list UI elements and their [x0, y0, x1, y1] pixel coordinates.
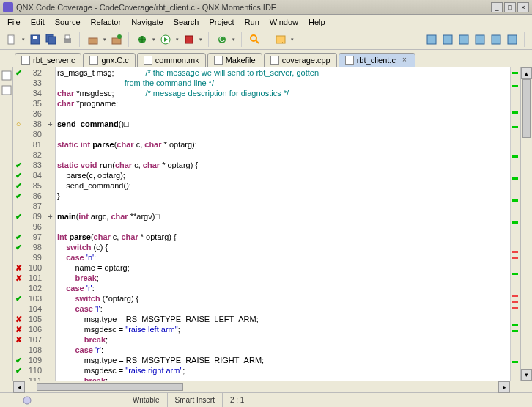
close-icon[interactable]: × — [400, 56, 409, 65]
tab-rbt_client-c[interactable]: rbt_client.c× — [339, 53, 415, 67]
code-line[interactable] — [57, 221, 510, 232]
annotation-dropdown-icon[interactable]: ▾ — [289, 32, 295, 47]
tab-common-mk[interactable]: common.mk — [137, 53, 206, 67]
scroll-thumb[interactable] — [522, 79, 531, 138]
code-line[interactable] — [57, 150, 510, 160]
fold-toggle[interactable]: + — [45, 119, 55, 129]
overview-mark[interactable] — [512, 177, 518, 180]
code-line[interactable]: char *msgdesc; /* message description fo… — [57, 88, 510, 98]
vertical-scrollbar[interactable]: ▴ ▾ — [520, 67, 532, 381]
run-button[interactable] — [158, 32, 173, 47]
code-line[interactable]: name = optarg; — [57, 263, 510, 273]
menu-run[interactable]: Run — [240, 16, 264, 28]
overview-mark[interactable] — [512, 85, 518, 87]
coverage-view6-button[interactable] — [505, 32, 520, 47]
close-button[interactable]: × — [517, 2, 529, 12]
annotation-button[interactable] — [273, 32, 288, 47]
fold-toggle[interactable]: - — [45, 160, 55, 170]
scroll-left-button[interactable]: ◂ — [13, 381, 25, 393]
new-button[interactable] — [4, 32, 19, 47]
code-line[interactable]: msgdesc = "raise right arm"; — [57, 365, 510, 375]
overview-mark[interactable] — [512, 221, 518, 224]
overview-mark[interactable] — [512, 155, 518, 158]
code-line[interactable] — [57, 201, 510, 211]
menu-navigate[interactable]: Navigate — [127, 16, 167, 28]
overview-mark[interactable] — [512, 72, 518, 74]
code-line[interactable]: case 'r': — [57, 283, 510, 293]
overview-mark[interactable] — [512, 257, 518, 259]
tab-Makefile[interactable]: Makefile — [207, 53, 262, 67]
menu-help[interactable]: Help — [304, 16, 330, 28]
debug-button[interactable] — [135, 32, 149, 47]
menu-search[interactable]: Search — [169, 16, 204, 28]
build-button[interactable] — [86, 32, 100, 47]
hscroll-thumb[interactable] — [37, 383, 183, 391]
code-line[interactable]: msg.type = RS_MSGTYPE_RAISE_RIGHT_ARM; — [57, 355, 510, 365]
code-line[interactable]: int parse(char c, char * optarg) { — [57, 232, 510, 242]
external-tools-button[interactable] — [182, 32, 196, 47]
overview-mark[interactable] — [512, 251, 518, 253]
code-line[interactable]: switch (c) { — [57, 242, 510, 252]
menu-window[interactable]: Window — [265, 16, 303, 28]
outline-icon[interactable] — [1, 70, 12, 81]
code-line[interactable]: send_command(); — [57, 180, 510, 191]
horizontal-scrollbar[interactable]: ◂ ▸ — [0, 381, 532, 392]
scroll-up-button[interactable]: ▴ — [521, 67, 532, 79]
new-dropdown-icon[interactable]: ▾ — [21, 32, 26, 47]
tab-coverage-cpp[interactable]: coverage.cpp — [264, 53, 337, 67]
overview-mark[interactable] — [512, 273, 518, 275]
code-line[interactable]: main(int argc, char **argv)□ — [57, 211, 510, 221]
code-line[interactable]: rs_msgs_t msg; /* the message we will se… — [57, 67, 510, 78]
tasks-icon[interactable] — [1, 85, 12, 95]
save-button[interactable] — [28, 32, 43, 47]
new-class-dropdown-icon[interactable]: ▾ — [231, 32, 237, 47]
debug-dropdown-icon[interactable]: ▾ — [151, 32, 157, 47]
editor[interactable]: ✔○✔✔✔✔✔✔✔✘✘✔✘✘✘✔✔✔ 323334353638808182838… — [13, 67, 532, 381]
coverage-view1-button[interactable] — [424, 32, 439, 47]
coverage-view4-button[interactable] — [473, 32, 487, 47]
scroll-right-button[interactable]: ▸ — [498, 381, 510, 393]
hscroll-track[interactable] — [25, 381, 498, 392]
overview-mark[interactable] — [512, 301, 518, 303]
code-line[interactable]: send_command()□ — [57, 119, 510, 129]
search-button[interactable] — [248, 32, 262, 47]
code-line[interactable]: switch (*optarg) { — [57, 293, 510, 304]
external-dropdown-icon[interactable]: ▾ — [198, 32, 204, 47]
fold-column[interactable]: +-+- — [45, 67, 56, 381]
code-line[interactable]: static void run(char c, char * optarg) { — [57, 160, 510, 170]
code-line[interactable]: break; — [57, 375, 510, 381]
overview-mark[interactable] — [512, 295, 518, 297]
code-line[interactable]: case 'r': — [57, 345, 510, 355]
overview-mark[interactable] — [512, 307, 518, 309]
code-line[interactable]: break; — [57, 334, 510, 345]
overview-mark[interactable] — [512, 324, 518, 326]
menu-project[interactable]: Project — [204, 16, 238, 28]
coverage-view2-button[interactable] — [440, 32, 455, 47]
minimize-button[interactable]: _ — [491, 2, 503, 12]
build-dropdown-icon[interactable]: ▾ — [102, 32, 108, 47]
code-line[interactable]: break; — [57, 273, 510, 283]
overview-mark[interactable] — [512, 361, 518, 363]
code-line[interactable] — [57, 109, 510, 119]
menu-source[interactable]: Source — [51, 16, 85, 28]
menu-edit[interactable]: Edit — [26, 16, 49, 28]
code-line[interactable]: msgdesc = "raise left arm"; — [57, 324, 510, 334]
menu-refactor[interactable]: Refactor — [86, 16, 126, 28]
tab-gnx-C-c[interactable]: gnx.C.c — [83, 53, 135, 67]
coverage-view5-button[interactable] — [489, 32, 503, 47]
menu-file[interactable]: File — [3, 16, 25, 28]
maximize-button[interactable]: □ — [504, 2, 516, 12]
overview-mark[interactable] — [512, 126, 518, 128]
overview-mark[interactable] — [512, 330, 518, 332]
code-line[interactable]: case 'l': — [57, 304, 510, 314]
tab-rbt_server-c[interactable]: rbt_server.c — [15, 53, 81, 67]
scroll-down-button[interactable]: ▾ — [521, 369, 532, 381]
code-area[interactable]: rs_msgs_t msg; /* the message we will se… — [56, 67, 510, 381]
run-dropdown-icon[interactable]: ▾ — [174, 32, 180, 47]
overview-mark[interactable] — [512, 111, 518, 114]
code-line[interactable]: char *progname; — [57, 98, 510, 109]
build-all-button[interactable] — [109, 32, 124, 47]
coverage-view3-button[interactable] — [457, 32, 471, 47]
code-line[interactable]: case 'n': — [57, 252, 510, 263]
new-class-button[interactable]: C — [215, 32, 229, 47]
